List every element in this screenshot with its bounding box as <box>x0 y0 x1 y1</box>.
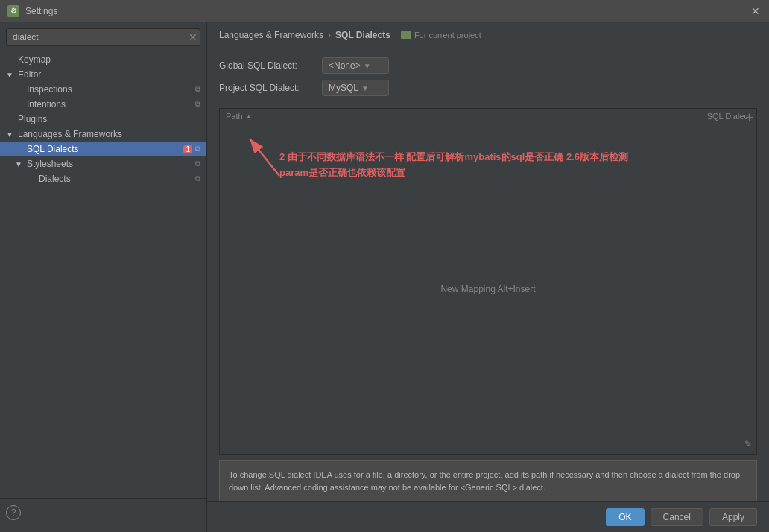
project-dialect-row: Project SQL Dialect: MySQL ▼ <box>219 80 757 96</box>
info-box: To change SQL dialect IDEA uses for a fi… <box>219 460 757 501</box>
sidebar-item-plugins[interactable]: Plugins <box>0 112 206 127</box>
stylesheets-arrow-icon: ▼ <box>15 160 24 168</box>
ok-button[interactable]: OK <box>606 508 644 526</box>
sidebar-item-label: Keymap <box>18 54 200 65</box>
edit-icon[interactable]: ✎ <box>744 439 752 449</box>
sort-icon: ▲ <box>246 113 252 120</box>
project-dialect-select[interactable]: MySQL ▼ <box>322 80 389 96</box>
global-dialect-label: Global SQL Dialect: <box>219 60 316 71</box>
sidebar: ✕ Keymap ▼ Editor Inspections ⧉ I <box>0 22 207 532</box>
sidebar-item-inspections[interactable]: Inspections ⧉ <box>0 82 206 97</box>
content-area: Languages & Frameworks › SQL Dialects Fo… <box>207 22 769 532</box>
sidebar-item-stylesheets[interactable]: ▼ Stylesheets ⧉ <box>0 156 206 171</box>
project-badge-icon <box>401 31 411 39</box>
sidebar-item-label: Stylesheets <box>27 159 192 169</box>
sidebar-item-dialects[interactable]: Dialects ⧉ <box>0 171 206 186</box>
empty-hint-text: New Mapping Alt+Insert <box>440 284 535 294</box>
lf-arrow-icon: ▼ <box>6 130 15 139</box>
info-text: To change SQL dialect IDEA uses for a fi… <box>229 470 740 492</box>
apply-button[interactable]: Apply <box>709 508 757 526</box>
global-dialect-dropdown-icon: ▼ <box>364 62 382 70</box>
bottom-bar: OK Cancel Apply <box>207 501 769 532</box>
copy-icon: ⧉ <box>195 145 200 153</box>
search-box: ✕ <box>6 28 200 46</box>
sidebar-tree: Keymap ▼ Editor Inspections ⧉ Intentions… <box>0 52 206 498</box>
sidebar-item-label: SQL Dialects <box>27 144 177 154</box>
sidebar-item-languages-frameworks[interactable]: ▼ Languages & Frameworks <box>0 127 206 142</box>
sidebar-item-editor[interactable]: ▼ Editor <box>0 67 206 82</box>
global-dialect-row: Global SQL Dialect: <None> ▼ <box>219 57 757 74</box>
copy-icon: ⧉ <box>195 159 200 168</box>
sql-dialects-content: Global SQL Dialect: <None> ▼ Project SQL… <box>207 48 769 501</box>
editor-arrow-icon: ▼ <box>6 71 15 79</box>
sidebar-item-label: Dialects <box>39 174 192 184</box>
copy-icon: ⧉ <box>195 174 200 183</box>
sidebar-item-label: Editor <box>18 69 200 80</box>
project-badge-label: For current project <box>414 31 481 39</box>
global-dialect-select[interactable]: <None> ▼ <box>322 57 389 74</box>
window-icon: ⚙ <box>7 5 19 17</box>
close-button[interactable]: ✕ <box>750 5 762 17</box>
col-dialect-header: SQL Dialect <box>639 112 750 121</box>
table-empty-hint: New Mapping Alt+Insert <box>220 124 756 454</box>
breadcrumb-separator: › <box>328 30 331 40</box>
badge-count: 1 <box>183 145 192 153</box>
project-dialect-value: MySQL <box>329 83 358 93</box>
sidebar-bottom: ? <box>0 498 206 526</box>
sidebar-item-label: Intentions <box>27 99 192 110</box>
sidebar-item-keymap[interactable]: Keymap <box>0 52 206 67</box>
table-header: Path ▲ SQL Dialect + <box>220 109 756 124</box>
sidebar-item-label: Plugins <box>18 114 200 124</box>
copy-icon: ⧉ <box>195 85 200 94</box>
breadcrumb-part-lf: Languages & Frameworks <box>219 30 323 40</box>
sidebar-item-intentions[interactable]: Intentions ⧉ <box>0 97 206 112</box>
sidebar-item-label: Inspections <box>27 84 192 95</box>
add-mapping-button[interactable]: + <box>745 110 753 126</box>
col-path-header: Path ▲ <box>226 112 639 121</box>
path-dialect-table: Path ▲ SQL Dialect + New Mapping Alt+Ins… <box>219 108 757 455</box>
breadcrumb-part-sql: SQL Dialects <box>335 30 390 40</box>
help-button[interactable]: ? <box>6 505 21 520</box>
search-clear-icon[interactable]: ✕ <box>189 31 197 43</box>
sidebar-item-sql-dialects[interactable]: SQL Dialects 1 ⧉ <box>0 142 206 156</box>
sidebar-item-label: Languages & Frameworks <box>18 129 200 139</box>
project-badge: For current project <box>401 31 481 39</box>
window-title: Settings <box>25 6 744 16</box>
search-input[interactable] <box>6 28 200 46</box>
breadcrumb: Languages & Frameworks › SQL Dialects Fo… <box>207 22 769 48</box>
global-dialect-value: <None> <box>329 60 361 71</box>
copy-icon: ⧉ <box>195 100 200 109</box>
main-container: ✕ Keymap ▼ Editor Inspections ⧉ I <box>0 22 769 532</box>
project-dialect-label: Project SQL Dialect: <box>219 83 316 93</box>
project-dialect-dropdown-icon: ▼ <box>361 84 382 92</box>
cancel-button[interactable]: Cancel <box>651 508 703 526</box>
title-bar: ⚙ Settings ✕ <box>0 0 769 22</box>
